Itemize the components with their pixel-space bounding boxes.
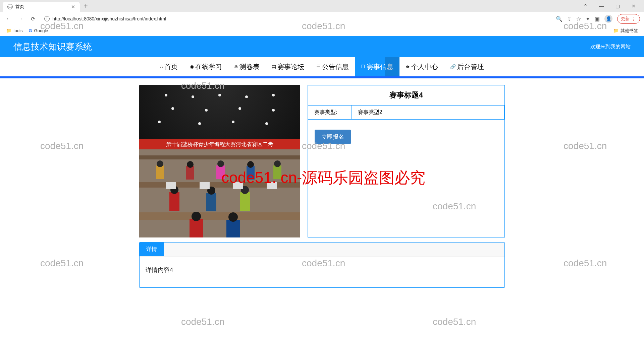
svg-rect-24 bbox=[216, 165, 225, 179]
nav-notice[interactable]: ☰公告信息 bbox=[310, 57, 355, 76]
svg-point-27 bbox=[247, 161, 254, 168]
nav-forum[interactable]: ▤赛事论坛 bbox=[266, 57, 310, 76]
book-icon: ❒ bbox=[361, 64, 365, 69]
svg-point-6 bbox=[272, 94, 275, 96]
profile-icon[interactable]: 👤 bbox=[604, 15, 612, 23]
bookmarks-bar: 📁 tools G Google 📁 其他书签 bbox=[0, 25, 644, 36]
close-window-button[interactable]: ✕ bbox=[626, 1, 641, 11]
google-icon: G bbox=[29, 28, 32, 33]
detail-content: 详情内容4 bbox=[140, 257, 504, 287]
svg-point-11 bbox=[158, 121, 161, 123]
menu-dots-icon: ⋮ bbox=[631, 16, 636, 22]
maximize-button[interactable]: ▢ bbox=[610, 1, 625, 11]
main-nav: ⌂首页 ◉在线学习 ❄测卷表 ▤赛事论坛 ☰公告信息 ❒赛事信息 ♚个人中心 🔗… bbox=[0, 57, 644, 78]
globe-icon bbox=[7, 4, 13, 9]
tab-detail[interactable]: 详情 bbox=[140, 243, 164, 256]
svg-rect-17 bbox=[139, 155, 300, 159]
event-title: 赛事标题4 bbox=[308, 85, 504, 105]
nav-profile[interactable]: ♚个人中心 bbox=[399, 57, 444, 76]
site-info-icon[interactable]: i bbox=[44, 16, 50, 21]
extensions-icon[interactable]: ✦ bbox=[586, 16, 590, 22]
back-button[interactable]: ← bbox=[4, 14, 13, 23]
reload-button[interactable]: ⟳ bbox=[28, 14, 38, 23]
svg-rect-42 bbox=[233, 182, 243, 189]
svg-point-2 bbox=[165, 94, 167, 96]
svg-rect-38 bbox=[226, 220, 240, 237]
signup-button[interactable]: 立即报名 bbox=[315, 130, 351, 144]
chevron-down-icon[interactable]: ⌄ bbox=[578, 1, 593, 11]
folder-icon: 📁 bbox=[613, 28, 619, 33]
svg-point-10 bbox=[272, 109, 275, 112]
star-icon[interactable]: ☆ bbox=[576, 16, 581, 22]
snowflake-icon: ❄ bbox=[234, 64, 238, 69]
bookmark-other[interactable]: 📁 其他书签 bbox=[613, 28, 638, 34]
detail-card: 详情 详情内容4 bbox=[139, 242, 505, 288]
link-icon: 🔗 bbox=[450, 64, 456, 69]
browser-chrome: 首页 ✕ + ⌄ — ▢ ✕ ← → ⟳ i http://localhost:… bbox=[0, 0, 644, 36]
bookmark-label: tools bbox=[13, 28, 22, 33]
nav-event[interactable]: ❒赛事信息 bbox=[355, 57, 399, 76]
svg-point-39 bbox=[228, 212, 238, 222]
event-type-label: 赛事类型: bbox=[308, 106, 352, 120]
svg-rect-34 bbox=[240, 192, 250, 211]
update-label: 更新 bbox=[621, 16, 630, 22]
bookmark-label: 其他书签 bbox=[621, 28, 638, 34]
svg-point-8 bbox=[205, 109, 208, 112]
url-bar[interactable]: i http://localhost:8080/xinxijishuzhishi… bbox=[40, 15, 553, 23]
browser-tab[interactable]: 首页 ✕ bbox=[3, 2, 80, 12]
welcome-text: 欢迎来到我的网站 bbox=[590, 44, 631, 50]
user-icon: ♚ bbox=[406, 64, 410, 69]
svg-rect-41 bbox=[200, 182, 210, 189]
tab-title: 首页 bbox=[15, 4, 24, 10]
svg-rect-30 bbox=[169, 192, 179, 211]
close-tab-icon[interactable]: ✕ bbox=[71, 4, 75, 9]
event-type-value: 赛事类型2 bbox=[352, 106, 504, 120]
svg-rect-26 bbox=[247, 166, 255, 180]
action-area: 立即报名 bbox=[308, 120, 504, 154]
svg-point-5 bbox=[245, 95, 248, 98]
bookmark-tools[interactable]: 📁 tools bbox=[6, 28, 22, 33]
svg-point-13 bbox=[232, 121, 234, 123]
notice-icon: ☰ bbox=[316, 64, 321, 69]
event-info-card: 赛事标题4 赛事类型: 赛事类型2 立即报名 bbox=[308, 85, 505, 237]
new-tab-button[interactable]: + bbox=[80, 2, 92, 10]
svg-point-37 bbox=[192, 212, 201, 221]
content-area: ⌂首页 ◉在线学习 ❄测卷表 ▤赛事论坛 ☰公告信息 ❒赛事信息 ♚个人中心 🔗… bbox=[0, 57, 644, 345]
nav-home[interactable]: ⌂首页 bbox=[154, 57, 183, 76]
update-button[interactable]: 更新 ⋮ bbox=[617, 14, 640, 24]
svg-point-9 bbox=[238, 107, 241, 110]
detail-tabs: 详情 bbox=[140, 243, 504, 257]
svg-rect-20 bbox=[156, 165, 164, 179]
svg-point-7 bbox=[171, 107, 174, 110]
svg-point-25 bbox=[217, 160, 224, 167]
svg-rect-22 bbox=[186, 166, 194, 180]
zoom-icon[interactable]: 🔍 bbox=[556, 16, 562, 22]
folder-icon: 📁 bbox=[6, 28, 11, 33]
svg-rect-43 bbox=[267, 182, 277, 189]
nav-study[interactable]: ◉在线学习 bbox=[184, 57, 228, 76]
toolbar-icons: 🔍 ⇧ ☆ ✦ ▣ 👤 更新 ⋮ bbox=[556, 14, 640, 24]
event-image: 第十届蓝桥杯青少年编程大赛河北省赛区二考 bbox=[139, 85, 300, 237]
nav-admin[interactable]: 🔗后台管理 bbox=[444, 57, 490, 76]
svg-rect-19 bbox=[139, 212, 300, 220]
svg-rect-36 bbox=[190, 219, 203, 237]
svg-rect-28 bbox=[273, 165, 281, 179]
nav-bar: ← → ⟳ i http://localhost:8080/xinxijishu… bbox=[0, 12, 644, 25]
nav-test[interactable]: ❄测卷表 bbox=[228, 57, 266, 76]
svg-point-3 bbox=[192, 95, 194, 98]
minimize-button[interactable]: — bbox=[594, 1, 609, 11]
url-text: http://localhost:8080/xinxijishuzhishisa… bbox=[52, 16, 166, 21]
forward-button[interactable]: → bbox=[16, 14, 25, 23]
svg-point-4 bbox=[218, 94, 221, 96]
share-icon[interactable]: ⇧ bbox=[567, 16, 572, 22]
svg-point-14 bbox=[265, 122, 268, 125]
bookmark-google[interactable]: G Google bbox=[29, 28, 48, 33]
bookmark-label: Google bbox=[34, 28, 48, 33]
panel-icon[interactable]: ▣ bbox=[595, 16, 600, 22]
target-icon: ◉ bbox=[190, 64, 194, 69]
svg-point-21 bbox=[157, 160, 163, 167]
site-title: 信息技术知识赛系统 bbox=[13, 41, 92, 53]
forum-icon: ▤ bbox=[272, 64, 276, 69]
svg-point-29 bbox=[274, 160, 281, 167]
event-row: 第十届蓝桥杯青少年编程大赛河北省赛区二考 bbox=[139, 85, 505, 237]
